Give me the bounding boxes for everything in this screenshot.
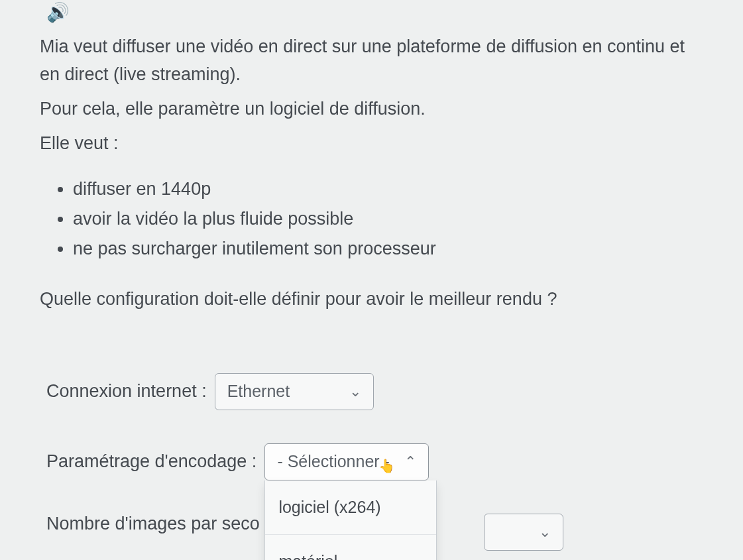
chevron-down-icon: ⌄ (539, 524, 551, 541)
connection-label: Connexion internet : (46, 381, 207, 402)
encoding-option-logiciel[interactable]: logiciel (x264) (265, 480, 436, 534)
question-block: Mia veut diffuser une vidéo en direct su… (40, 33, 703, 313)
question-line-1: Mia veut diffuser une vidéo en direct su… (40, 33, 703, 89)
connection-value: Ethernet (227, 382, 290, 401)
encoding-row: Paramétrage d'encodage : - Sélectionner … (46, 443, 697, 480)
encoding-dropdown: logiciel (x264) matériel (264, 480, 437, 560)
requirements-list: diffuser en 1440p avoir la vidéo la plus… (73, 176, 703, 263)
connection-select[interactable]: Ethernet ⌄ (215, 373, 374, 410)
encoding-value: - Sélectionner - (277, 452, 390, 471)
question-line-2: Pour cela, elle paramètre un logiciel de… (40, 95, 703, 123)
list-item: avoir la vidéo la plus fluide possible (73, 205, 703, 233)
encoding-label: Paramétrage d'encodage : (46, 451, 257, 472)
chevron-up-icon: ⌃ (404, 453, 416, 471)
connection-row: Connexion internet : Ethernet ⌄ (46, 373, 697, 410)
encoding-group: - Sélectionner - ⌃ 👆 logiciel (x264) mat… (264, 443, 429, 480)
speaker-icon[interactable]: 🔊 (46, 1, 70, 23)
encoding-option-materiel[interactable]: matériel (265, 534, 436, 560)
list-item: ne pas surcharger inutilement son proces… (73, 235, 703, 263)
list-item: diffuser en 1440p (73, 176, 703, 203)
question-line-3: Elle veut : (40, 130, 703, 158)
fps-select-wrap: ⌄ (484, 514, 563, 551)
encoding-select[interactable]: - Sélectionner - ⌃ 👆 (264, 443, 429, 480)
configuration-form: Connexion internet : Ethernet ⌄ Paramétr… (40, 347, 703, 534)
question-prompt: Quelle configuration doit-elle définir p… (40, 286, 703, 313)
quiz-page: 🔊 Mia veut diffuser une vidéo en direct … (0, 0, 743, 534)
fps-label: Nombre d'images par seco (46, 514, 260, 534)
chevron-down-icon: ⌄ (349, 383, 361, 400)
fps-select[interactable]: ⌄ (484, 514, 563, 551)
